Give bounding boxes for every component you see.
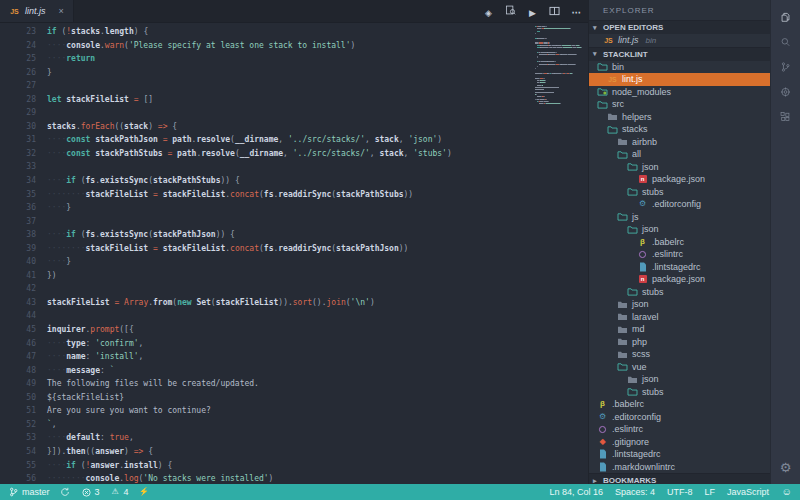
format-button[interactable]: ◈ (483, 2, 494, 20)
code-line[interactable]: 31····const stackPathJson = path.resolve… (0, 133, 532, 147)
code-line[interactable]: 34····if (fs.existsSync(stackPathStubs))… (0, 174, 532, 188)
tree-item-stubs[interactable]: stubs (589, 286, 770, 299)
tree-item-vue[interactable]: vue (589, 361, 770, 374)
code-line[interactable]: 44 (0, 309, 532, 323)
tree-item-stubs[interactable]: stubs (589, 386, 770, 399)
tree-item-helpers[interactable]: helpers (589, 111, 770, 124)
status-sync[interactable] (60, 487, 71, 497)
minimap[interactable] (535, 26, 585, 106)
status-spaces-4[interactable]: Spaces: 4 (615, 487, 655, 497)
activity-explorer-button[interactable] (777, 9, 795, 25)
code-line[interactable]: 50${stackFileList} (0, 391, 532, 405)
code-line[interactable]: 41}) (0, 269, 532, 283)
tree-item-json[interactable]: json (589, 161, 770, 174)
tree-item-gitignore[interactable]: ◆.gitignore (589, 436, 770, 449)
code-line[interactable]: 24····console.warn('Please specify at le… (0, 39, 532, 53)
activity-search-button[interactable] (777, 34, 795, 50)
tree-item-airbnb[interactable]: airbnb (589, 136, 770, 149)
code-line[interactable]: 23if (!stacks.length) { (0, 25, 532, 39)
status-javascript[interactable]: JavaScript (727, 487, 769, 497)
activity-settings-button[interactable]: ⚙ (777, 460, 795, 476)
tree-item-json[interactable]: json (589, 298, 770, 311)
code-line[interactable]: 30stacks.forEach((stack) => { (0, 120, 532, 134)
tree-item-node_modules[interactable]: node_modules (589, 86, 770, 99)
code-line[interactable]: 29 (0, 106, 532, 120)
tree-item-label: all (632, 149, 641, 159)
open-editor-item[interactable]: JSlint.jsbin (589, 34, 770, 47)
tree-item-eslintrc[interactable]: .eslintrc (589, 423, 770, 436)
code-line[interactable]: 37 (0, 215, 532, 229)
tree-item-all[interactable]: all (589, 148, 770, 161)
activity-source-control-button[interactable] (777, 59, 795, 75)
code-line[interactable]: 27 (0, 79, 532, 93)
tree-item-scss[interactable]: scss (589, 348, 770, 361)
code-line[interactable]: 47····name: 'install', (0, 350, 532, 364)
code-line[interactable]: 54}]).then((answer) => { (0, 445, 532, 459)
code-line[interactable]: 33 (0, 160, 532, 174)
close-icon[interactable]: × (59, 6, 64, 16)
code-line[interactable]: 52`, (0, 418, 532, 432)
tree-item-package-json[interactable]: npackage.json (589, 173, 770, 186)
tree-item-lintstagedrc[interactable]: .lintstagedrc (589, 448, 770, 461)
activity-debug-button[interactable] (777, 84, 795, 100)
code-line[interactable]: 39········stackFileList = stackFileList.… (0, 242, 532, 256)
status-zap[interactable]: ⚡ (139, 487, 150, 497)
tree-item-stacks[interactable]: stacks (589, 123, 770, 136)
code-line[interactable]: 43stackFileList = Array.from(new Set(sta… (0, 296, 532, 310)
status-warnings[interactable]: ⚠4 (110, 487, 129, 497)
status-ln-84-col-16[interactable]: Ln 84, Col 16 (549, 487, 603, 497)
tree-item-editorconfig[interactable]: ⚙.editorconfig (589, 198, 770, 211)
section-header-open-editors[interactable]: ▾OPEN EDITORS (589, 20, 770, 34)
tree-item-php[interactable]: php (589, 336, 770, 349)
open-preview-button[interactable] (505, 2, 516, 20)
code-line[interactable]: 38····if (fs.existsSync(stackPathJson)) … (0, 228, 532, 242)
code-line[interactable]: 51Are you sure you want to continue? (0, 404, 532, 418)
code-editor[interactable]: 23if (!stacks.length) {24····console.war… (0, 22, 532, 484)
tree-item-src[interactable]: src (589, 98, 770, 111)
code-line[interactable]: 42 (0, 282, 532, 296)
run-button[interactable]: ▶ (527, 2, 538, 20)
status-feedback-smiley[interactable]: ☺ (781, 487, 792, 497)
status-errors[interactable]: 3 (81, 487, 100, 497)
tree-item-json[interactable]: json (589, 223, 770, 236)
tree-item-js[interactable]: js (589, 211, 770, 224)
tab-lint-js[interactable]: JS lint.js × (0, 0, 74, 22)
tree-item-eslintrc[interactable]: .eslintrc (589, 248, 770, 261)
tree-item-editorconfig[interactable]: ⚙.editorconfig (589, 411, 770, 424)
code-line[interactable]: 55····if (!answer.install) { (0, 459, 532, 473)
tree-item-markdownlintrc[interactable]: .markdownlintrc (589, 461, 770, 474)
more-actions-button[interactable]: ⋯ (571, 2, 582, 20)
code-line[interactable]: 46····type: 'confirm', (0, 337, 532, 351)
code-line[interactable]: 36····} (0, 201, 532, 215)
tree-item-lintstagedrc[interactable]: .lintstagedrc (589, 261, 770, 274)
activity-extensions-button[interactable] (777, 109, 795, 125)
code-line[interactable]: 25····return (0, 52, 532, 66)
tree-item-lint-js[interactable]: JSlint.js (589, 73, 770, 86)
code-line[interactable]: 26} (0, 66, 532, 80)
tree-item-json[interactable]: json (589, 373, 770, 386)
tree-item-md[interactable]: md (589, 323, 770, 336)
tree-item-babelrc[interactable]: β.babelrc (589, 398, 770, 411)
status-git-branch[interactable]: master (8, 487, 50, 497)
status-utf-8[interactable]: UTF-8 (667, 487, 693, 497)
code-line[interactable]: 53····default: true, (0, 431, 532, 445)
code-line[interactable]: 56········console.log('No stacks were in… (0, 472, 532, 484)
minimap-line (535, 59, 585, 60)
code-line[interactable]: 35········stackFileList = stackFileList.… (0, 188, 532, 202)
code-line[interactable]: 45inquirer.prompt([{ (0, 323, 532, 337)
code-line[interactable]: 40····} (0, 255, 532, 269)
tree-item-label: .eslintrc (612, 424, 643, 434)
tree-item-package-json[interactable]: npackage.json (589, 273, 770, 286)
section-header-bookmarks[interactable]: ▸BOOKMARKS (589, 473, 770, 484)
code-line[interactable]: 48····message: ` (0, 364, 532, 378)
tree-item-laravel[interactable]: laravel (589, 311, 770, 324)
tree-item-bin[interactable]: bin (589, 61, 770, 74)
code-line[interactable]: 49The following files will be created/up… (0, 377, 532, 391)
code-line[interactable]: 32····const stackPathStubs = path.resolv… (0, 147, 532, 161)
status-lf[interactable]: LF (704, 487, 715, 497)
tree-item-stubs[interactable]: stubs (589, 186, 770, 199)
code-line[interactable]: 28let stackFileList = [] (0, 93, 532, 107)
tree-item-babelrc[interactable]: β.babelrc (589, 236, 770, 249)
split-editor-button[interactable] (549, 2, 560, 20)
section-header-stacklint[interactable]: ▾STACKLINT (589, 47, 770, 61)
